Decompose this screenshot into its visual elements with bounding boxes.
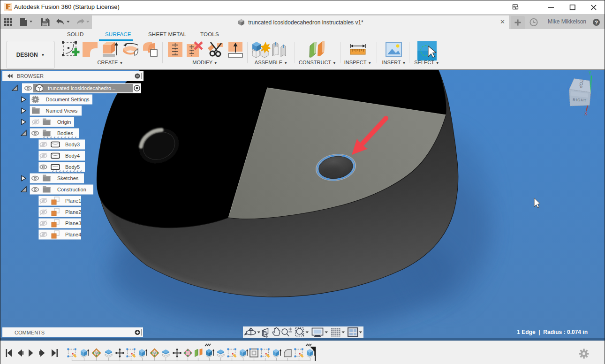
svg-text:truncated icosidodecahedro...: truncated icosidodecahedro... (48, 85, 115, 91)
svg-text:BROWSER: BROWSER (17, 73, 44, 79)
svg-text:RIGHT: RIGHT (573, 98, 587, 103)
svg-text:Plane2: Plane2 (65, 209, 81, 215)
svg-text:COMMENTS: COMMENTS (15, 330, 45, 335)
svg-text:Body5: Body5 (65, 164, 80, 170)
svg-text:Plane3: Plane3 (65, 220, 81, 226)
svg-text:Plane1: Plane1 (65, 198, 81, 204)
svg-text:X: X (584, 111, 588, 116)
svg-text:Body3: Body3 (65, 142, 80, 147)
svg-text:Document Settings: Document Settings (46, 97, 90, 102)
svg-text:Construction: Construction (57, 187, 86, 192)
svg-text:Body4: Body4 (65, 153, 80, 159)
svg-text:Sketches: Sketches (57, 175, 79, 181)
svg-text:Named Views: Named Views (46, 108, 78, 114)
svg-text:Plane4: Plane4 (65, 232, 81, 237)
svg-text:Y: Y (589, 70, 592, 76)
svg-text:Bodies: Bodies (57, 130, 73, 136)
svg-text:Origin: Origin (57, 119, 71, 125)
